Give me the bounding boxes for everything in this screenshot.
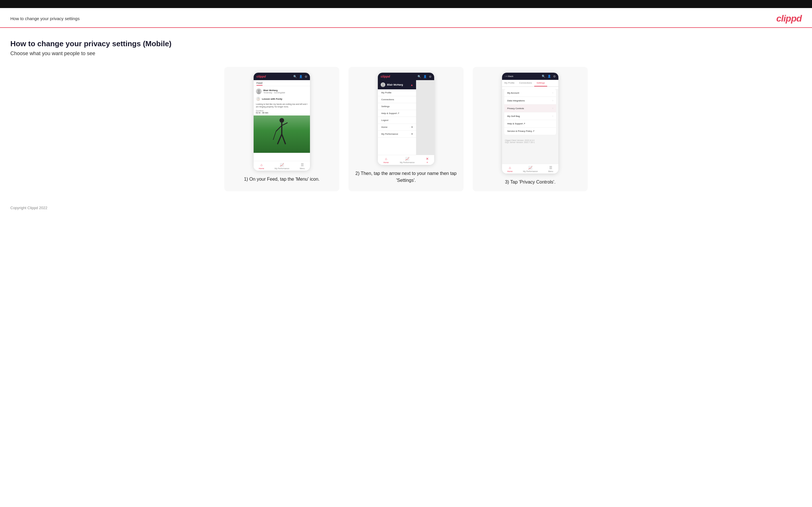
settings-item-dataintegrations[interactable]: Data Integrations › <box>504 97 556 105</box>
menu-item-helpsupport[interactable]: Help & Support ↗ <box>378 110 416 117</box>
home-icon: ⌂ <box>260 163 262 167</box>
steps-container: clippd 🔍 👤 ⊙ Feed <box>10 67 802 191</box>
menu-performance-label: My Performance <box>381 133 398 135</box>
nav3-home-label: Home <box>507 170 513 172</box>
tab-connections[interactable]: Connections <box>517 80 534 87</box>
menu-item-myprofile[interactable]: My Profile <box>378 89 416 96</box>
chevron-right-icon2: › <box>552 99 553 102</box>
nav2-performance: 📈 My Performance <box>400 157 415 164</box>
post-user-info: Blair McHarg Yesterday · Sunningdale <box>263 89 285 94</box>
nav3-home: ⌂ Home <box>507 166 513 172</box>
back-button[interactable]: ‹ < Back <box>505 75 513 77</box>
step-1-card: clippd 🔍 👤 ⊙ Feed <box>224 67 339 191</box>
page-subtitle: Choose what you want people to see <box>10 51 802 57</box>
nav-home-label: Home <box>259 167 264 169</box>
home-icon2: ⌂ <box>385 157 387 161</box>
menu-user-info: Blair McHarg <box>381 82 403 87</box>
step-3-card: ‹ < Back 🔍 👤 ⊙ My Profile Connections Se… <box>473 67 588 191</box>
svg-line-6 <box>277 134 282 144</box>
user-icon3: 👤 <box>548 75 551 78</box>
golfer-silhouette <box>272 117 292 151</box>
golf-image <box>254 115 310 153</box>
phone2-logo: clippd <box>381 75 390 78</box>
logo: clippd <box>776 13 802 24</box>
chevron-right-icon3: › <box>552 107 553 110</box>
settings-item-helpsupport[interactable]: Help & Support ↗ <box>504 120 556 127</box>
user-icon: 👤 <box>299 75 303 78</box>
duration-value: 01 hr : 30 min <box>256 112 308 114</box>
menu-avatar <box>381 82 385 87</box>
svg-point-0 <box>258 90 260 92</box>
nav2-home: ⌂ Home <box>383 157 389 164</box>
settings-icon: ⊙ <box>305 75 307 78</box>
phone2-content: Blair McHarg ▲ My Profile Connections Se… <box>378 80 434 155</box>
nav2-menu-label: ✕ <box>426 161 428 164</box>
user-icon2: 👤 <box>423 75 427 78</box>
version-line1: Clippd Client Version: 2022.8.3-3 <box>505 139 556 141</box>
duration-row: Duration 01 hr : 30 min <box>254 109 310 115</box>
menu-item-connections[interactable]: Connections <box>378 96 416 103</box>
menu-icon: ☰ <box>301 163 304 167</box>
phone-1: clippd 🔍 👤 ⊙ Feed <box>254 73 310 171</box>
phone3-icons: 🔍 👤 ⊙ <box>542 75 556 78</box>
settings-item-serviceprivacy[interactable]: Service & Privacy Policy ↗ <box>504 127 556 135</box>
settings-item-mygolfbag[interactable]: My Golf Bag › <box>504 112 556 120</box>
performance-icon2: 📈 <box>405 157 409 161</box>
footer: Copyright Clippd 2022 <box>0 200 812 216</box>
main-content: How to change your privacy settings (Mob… <box>0 28 812 200</box>
settings-item-myaccount[interactable]: My Account › <box>504 89 556 97</box>
settings-icon3: ⊙ <box>553 75 556 78</box>
tab-myprofile[interactable]: My Profile <box>502 80 517 87</box>
page-title: How to change your privacy settings (Mob… <box>10 39 802 48</box>
chevron-down-icon3: ▾ <box>411 126 413 128</box>
svg-point-1 <box>257 92 260 94</box>
menu-username: Blair McHarg <box>387 83 403 86</box>
phone1-feed-bar: Feed <box>254 80 310 86</box>
nav-performance: 📈 My Performance <box>274 163 289 169</box>
lesson-icon: 📋 <box>256 97 260 101</box>
close-icon: ✕ <box>426 157 429 161</box>
menu-item-settings[interactable]: Settings <box>378 103 416 110</box>
back-arrow-icon: ‹ <box>505 75 506 77</box>
search-icon2: 🔍 <box>417 75 421 78</box>
settings-item-privacycontrols[interactable]: Privacy Controls › <box>504 105 556 112</box>
menu-home-label: Home <box>381 126 387 128</box>
phone2-navbar: clippd 🔍 👤 ⊙ <box>378 73 434 80</box>
nav-menu-label: Menu <box>300 167 305 169</box>
phone2-icons: 🔍 👤 ⊙ <box>417 75 431 78</box>
top-bar <box>0 0 812 8</box>
nav3-performance-label: My Performance <box>523 170 538 172</box>
phone1-navbar: clippd 🔍 👤 ⊙ <box>254 73 310 80</box>
back-label: < Back <box>506 75 513 77</box>
menu-user-row: Blair McHarg ▲ <box>378 80 416 89</box>
performance-icon: 📈 <box>280 163 284 167</box>
menu-item-home-expand[interactable]: Home ▾ <box>378 124 416 131</box>
tab-settings[interactable]: Settings <box>534 80 547 87</box>
nav-menu: ☰ Menu <box>300 163 305 169</box>
nav-performance-label: My Performance <box>274 167 289 169</box>
lesson-row: 📋 Lesson with Fordy <box>254 95 310 102</box>
svg-point-9 <box>382 83 384 85</box>
nav2-close: ✕ ✕ <box>426 157 429 164</box>
duration-label: Duration <box>256 110 308 112</box>
nav3-menu: ☰ Menu <box>548 166 553 172</box>
home-icon3: ⌂ <box>509 166 511 170</box>
nav3-performance: 📈 My Performance <box>523 166 538 172</box>
avatar <box>256 89 262 94</box>
performance-icon3: 📈 <box>528 166 532 170</box>
mygolfbag-label: My Golf Bag <box>507 115 520 117</box>
svg-line-7 <box>282 134 286 144</box>
svg-line-8 <box>273 131 276 140</box>
phone3-content: My Account › Data Integrations › Privacy… <box>502 89 558 164</box>
post-date: Yesterday · Sunningdale <box>263 92 285 94</box>
menu-item-performance-expand[interactable]: My Performance ▾ <box>378 131 416 137</box>
step-3-label: 3) Tap 'Privacy Controls'. <box>505 179 556 185</box>
chevron-right-icon4: › <box>552 115 553 117</box>
feed-tab: Feed <box>256 81 262 86</box>
post-username: Blair McHarg <box>263 89 285 92</box>
helpsupport-label: Help & Support ↗ <box>507 122 525 125</box>
myaccount-label: My Account <box>507 92 519 94</box>
menu-panel: Blair McHarg ▲ My Profile Connections Se… <box>378 80 416 155</box>
header-title: How to change your privacy settings <box>10 16 80 21</box>
menu-item-logout[interactable]: Logout <box>378 117 416 124</box>
